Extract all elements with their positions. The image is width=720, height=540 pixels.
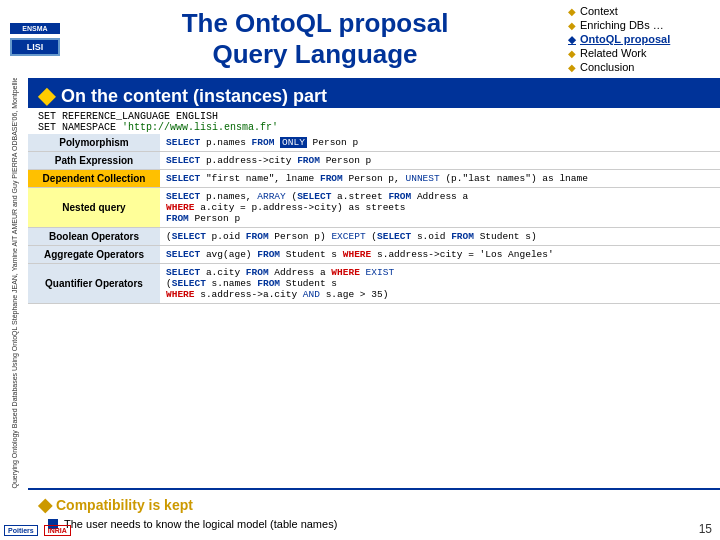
ensma-logo: ENSMA (10, 23, 60, 34)
nav-bullet-5: ◆ (568, 62, 576, 73)
row-label: Dependent Collection (28, 170, 160, 188)
table-row: Boolean Operators(SELECT p.oid FROM Pers… (28, 228, 720, 246)
nav-bullet-1: ◆ (568, 6, 576, 17)
page-number: 15 (699, 522, 712, 536)
nav-item-related[interactable]: ◆ Related Work (568, 47, 712, 59)
row-code: SELECT p.names FROM ONLY Person p (160, 134, 720, 152)
nav-item-enriching[interactable]: ◆ Enriching DBs … (568, 19, 712, 31)
main-table: PolymorphismSELECT p.names FROM ONLY Per… (28, 134, 720, 304)
code-line-1: SET REFERENCE_LANGUAGE ENGLISH (38, 111, 710, 122)
header: ENSMA LISI The OntoQL proposal Query Lan… (0, 0, 720, 78)
sidebar-rotated-text: Querying Ontology Based Databases Using … (11, 88, 18, 488)
lisi-logo: LISI (10, 38, 60, 56)
bottom-subtitle: The user needs to know the logical model… (38, 518, 710, 530)
nav-bullet-4: ◆ (568, 48, 576, 59)
nav-bullet-3: ◆ (568, 34, 576, 45)
sidebar-text: Querying Ontology Based Databases Using … (0, 78, 28, 498)
poitiers-logo: Poitiers (4, 525, 38, 536)
main-content: PolymorphismSELECT p.names FROM ONLY Per… (28, 134, 720, 488)
row-code: SELECT p.names, ARRAY (SELECT a.street F… (160, 188, 720, 228)
row-label: Path Expression (28, 152, 160, 170)
title-block: The OntoQL proposal Query Language (70, 0, 560, 78)
code-block-top: SET REFERENCE_LANGUAGE ENGLISH SET NAMES… (28, 108, 720, 137)
code-line-2: SET NAMESPACE 'http://www.lisi.ensma.fr' (38, 122, 710, 133)
row-code: (SELECT p.oid FROM Person p) EXCEPT (SEL… (160, 228, 720, 246)
bottom-section: ◆ Compatibility is kept The user needs t… (28, 488, 720, 540)
table-row: Quantifier OperatorsSELECT a.city FROM A… (28, 264, 720, 304)
bottom-logos: Poitiers INRIA (4, 525, 71, 536)
row-label: Polymorphism (28, 134, 160, 152)
table-row: Dependent CollectionSELECT "first name",… (28, 170, 720, 188)
nav-item-ontoql[interactable]: ◆ OntoQL proposal (568, 33, 712, 45)
nav-item-conclusion[interactable]: ◆ Conclusion (568, 61, 712, 73)
table-row: PolymorphismSELECT p.names FROM ONLY Per… (28, 134, 720, 152)
nav-item-context[interactable]: ◆ Context (568, 5, 712, 17)
bottom-title: ◆ Compatibility is kept (38, 494, 710, 516)
section-bullet: ◆ (38, 83, 55, 109)
row-label: Nested query (28, 188, 160, 228)
logos: ENSMA LISI (0, 0, 70, 78)
row-label: Quantifier Operators (28, 264, 160, 304)
row-code: SELECT "first name", lname FROM Person p… (160, 170, 720, 188)
row-code: SELECT avg(age) FROM Student s WHERE s.a… (160, 246, 720, 264)
bottom-bullet-icon: ◆ (38, 494, 52, 516)
inria-logo: INRIA (44, 525, 71, 536)
table-row: Aggregate OperatorsSELECT avg(age) FROM … (28, 246, 720, 264)
nav-block: ◆ Context ◆ Enriching DBs … ◆ OntoQL pro… (560, 0, 720, 78)
row-code: SELECT a.city FROM Address a WHERE EXIST… (160, 264, 720, 304)
row-code: SELECT p.address->city FROM Person p (160, 152, 720, 170)
nav-bullet-2: ◆ (568, 20, 576, 31)
table-row: Path ExpressionSELECT p.address->city FR… (28, 152, 720, 170)
row-label: Boolean Operators (28, 228, 160, 246)
table-row: Nested querySELECT p.names, ARRAY (SELEC… (28, 188, 720, 228)
main-title: The OntoQL proposal Query Language (182, 8, 449, 70)
row-label: Aggregate Operators (28, 246, 160, 264)
